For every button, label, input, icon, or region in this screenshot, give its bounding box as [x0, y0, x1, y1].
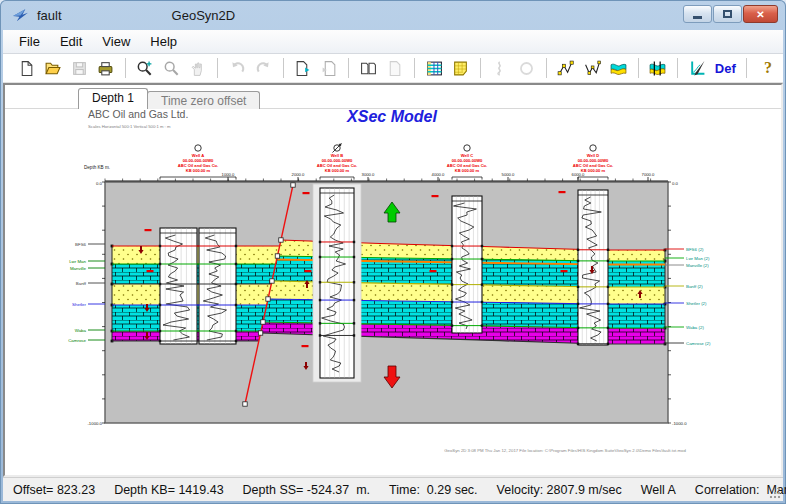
copy-pages-button[interactable] — [357, 56, 379, 80]
points-tool-button[interactable] — [581, 56, 603, 80]
menu-edit[interactable]: Edit — [50, 32, 92, 51]
print-button[interactable] — [94, 56, 116, 80]
toolbar-separator — [283, 58, 284, 78]
well-section-button[interactable] — [647, 56, 669, 80]
app-window: fault GeoSyn2D ✕ FileEditViewHelp Def? A… — [0, 0, 786, 504]
app-title: GeoSyn2D — [172, 8, 236, 23]
menu-bar: FileEditViewHelp — [3, 30, 783, 54]
formation-label-right: Shetler (2) — [686, 301, 707, 306]
tab-depth-1[interactable]: Depth 1 — [78, 88, 148, 109]
save-file-icon — [71, 60, 88, 77]
svg-text:-1000.0: -1000.0 — [87, 421, 102, 426]
prev-page-icon — [321, 60, 338, 77]
new-document-button[interactable] — [15, 56, 37, 80]
formation-label-right: Banff (2) — [686, 284, 703, 289]
well-section-icon — [649, 60, 666, 77]
zoom-out-icon — [163, 60, 180, 77]
menu-view[interactable]: View — [92, 32, 140, 51]
close-button[interactable]: ✕ — [743, 5, 778, 23]
fault-handle — [258, 331, 262, 335]
formation-label-right: BFS6 (2) — [686, 247, 704, 252]
svg-text:5000.0: 5000.0 — [502, 172, 515, 177]
fault-handle — [270, 279, 274, 283]
well-symbol — [195, 145, 201, 151]
svg-text:KB 000.00 m: KB 000.00 m — [455, 168, 480, 173]
well-track-well-c — [451, 196, 483, 333]
crossplot-button[interactable] — [686, 56, 708, 80]
app-logo-icon — [12, 7, 29, 24]
undo-icon — [229, 60, 246, 77]
status-segment-1: Depth KB= 1419.43 — [114, 483, 223, 497]
fault-handle — [279, 238, 283, 242]
log-table-button[interactable] — [423, 56, 445, 80]
open-file-button[interactable] — [41, 56, 63, 80]
status-segment-0: Offset= 823.23 — [13, 483, 95, 497]
status-segment-2: Depth SS= -524.37 m. — [243, 483, 371, 497]
status-segment-3: Time: 0.29 sec. — [389, 483, 477, 497]
notes-page-button[interactable] — [449, 56, 471, 80]
tab-time-zero-offset[interactable]: Time zero offset — [147, 91, 260, 109]
maximize-button[interactable] — [713, 5, 742, 23]
ellipse-tool-icon — [518, 60, 535, 77]
fault-handle — [266, 297, 270, 301]
layers-model-icon — [610, 60, 627, 77]
formation-label-right: Manville (2) — [686, 263, 709, 268]
company-name: ABC Oil and Gas Ltd. — [88, 108, 188, 120]
fault-handle — [291, 183, 295, 187]
help-button[interactable]: ? — [755, 56, 781, 80]
new-document-icon — [18, 60, 35, 77]
formation-label-right: Camrose (2) — [686, 341, 711, 346]
pan-hand-button — [186, 56, 208, 80]
prev-page-button — [318, 56, 340, 80]
formation-label-left: Camrose — [68, 338, 86, 343]
menu-file[interactable]: File — [9, 32, 50, 51]
seismic-trace-button — [489, 56, 511, 80]
toolbar-separator — [546, 58, 547, 78]
zoom-in-button[interactable] — [134, 56, 156, 80]
blank-page-button — [384, 56, 406, 80]
maximize-icon — [723, 10, 732, 18]
menu-help[interactable]: Help — [140, 32, 187, 51]
svg-text:1000.0: 1000.0 — [222, 172, 235, 177]
define-button[interactable]: Def — [712, 56, 738, 80]
polyline-tool-icon — [557, 60, 574, 77]
save-file-button — [68, 56, 90, 80]
drawing-footer: GeoSyn 2D 3:08 PM Thu Jan 12, 2017 File … — [444, 448, 686, 453]
formation-label-right: Lwr Man (2) — [686, 256, 710, 261]
layers-model-button[interactable] — [607, 56, 629, 80]
formation-label-left: BFS6 — [75, 242, 87, 247]
formation-label-left: Lwr Man — [69, 259, 86, 264]
next-page-button[interactable] — [292, 56, 314, 80]
toolbar-separator — [125, 58, 126, 78]
cross-section-canvas[interactable]: ABC Oil and Gas Ltd.Scales Horizontal 50… — [5, 85, 781, 475]
minimize-button[interactable] — [683, 5, 712, 23]
redo-button — [252, 56, 274, 80]
undo-button — [226, 56, 248, 80]
redo-icon — [255, 60, 272, 77]
svg-text:KB 000.00 m: KB 000.00 m — [581, 168, 606, 173]
toolbar: Def? — [3, 54, 783, 83]
notes-page-icon — [452, 60, 469, 77]
toolbar-separator — [638, 58, 639, 78]
formation-label-right: Waba (2) — [686, 325, 704, 330]
svg-text:0.0: 0.0 — [96, 181, 103, 186]
zoom-out-button — [160, 56, 182, 80]
fault-handle — [275, 254, 279, 258]
fault-handle — [243, 402, 247, 406]
toolbar-separator — [348, 58, 349, 78]
zoom-in-icon — [136, 60, 153, 77]
print-icon — [97, 60, 114, 77]
well-track-well-b — [313, 184, 361, 382]
toolbar-separator — [414, 58, 415, 78]
svg-text:KB 000.00 m: KB 000.00 m — [186, 168, 211, 173]
tab-strip: Depth 1Time zero offset — [78, 88, 260, 109]
svg-text:2000.0: 2000.0 — [292, 172, 305, 177]
resize-grip[interactable] — [769, 487, 781, 499]
close-icon: ✕ — [756, 9, 764, 20]
crossplot-icon — [689, 60, 706, 77]
toolbar-separator — [677, 58, 678, 78]
formation-label-left: Waba — [75, 328, 87, 333]
svg-text:-1000.0: -1000.0 — [672, 421, 687, 426]
polyline-tool-button[interactable] — [554, 56, 576, 80]
blank-page-icon — [386, 60, 403, 77]
